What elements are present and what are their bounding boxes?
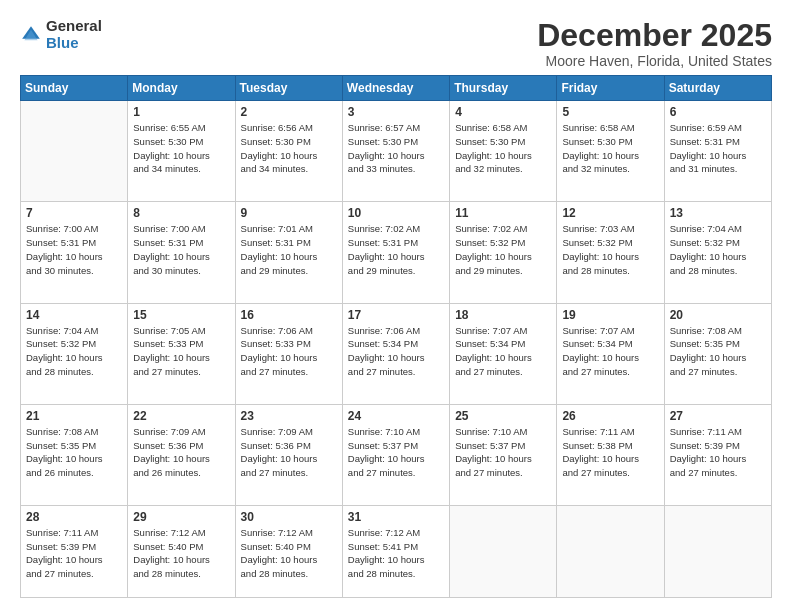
date-number: 20: [670, 308, 766, 322]
table-row: 12Sunrise: 7:03 AM Sunset: 5:32 PM Dayli…: [557, 202, 664, 303]
cell-content: Sunrise: 7:08 AM Sunset: 5:35 PM Dayligh…: [26, 425, 122, 480]
date-number: 23: [241, 409, 337, 423]
table-row: 25Sunrise: 7:10 AM Sunset: 5:37 PM Dayli…: [450, 404, 557, 505]
col-friday: Friday: [557, 76, 664, 101]
cell-content: Sunrise: 7:10 AM Sunset: 5:37 PM Dayligh…: [455, 425, 551, 480]
table-row: 6Sunrise: 6:59 AM Sunset: 5:31 PM Daylig…: [664, 101, 771, 202]
cell-content: Sunrise: 7:04 AM Sunset: 5:32 PM Dayligh…: [26, 324, 122, 379]
table-row: 26Sunrise: 7:11 AM Sunset: 5:38 PM Dayli…: [557, 404, 664, 505]
date-number: 18: [455, 308, 551, 322]
cell-content: Sunrise: 7:08 AM Sunset: 5:35 PM Dayligh…: [670, 324, 766, 379]
header: General Blue December 2025 Moore Haven, …: [20, 18, 772, 69]
date-number: 4: [455, 105, 551, 119]
date-number: 1: [133, 105, 229, 119]
cell-content: Sunrise: 7:06 AM Sunset: 5:34 PM Dayligh…: [348, 324, 444, 379]
date-number: 5: [562, 105, 658, 119]
page-title: December 2025: [537, 18, 772, 53]
date-number: 25: [455, 409, 551, 423]
table-row: 21Sunrise: 7:08 AM Sunset: 5:35 PM Dayli…: [21, 404, 128, 505]
cell-content: Sunrise: 7:11 AM Sunset: 5:39 PM Dayligh…: [670, 425, 766, 480]
table-row: [21, 101, 128, 202]
date-number: 26: [562, 409, 658, 423]
logo-blue-text: Blue: [46, 35, 102, 52]
table-row: 4Sunrise: 6:58 AM Sunset: 5:30 PM Daylig…: [450, 101, 557, 202]
table-row: 14Sunrise: 7:04 AM Sunset: 5:32 PM Dayli…: [21, 303, 128, 404]
cell-content: Sunrise: 7:07 AM Sunset: 5:34 PM Dayligh…: [455, 324, 551, 379]
table-row: 19Sunrise: 7:07 AM Sunset: 5:34 PM Dayli…: [557, 303, 664, 404]
date-number: 10: [348, 206, 444, 220]
date-number: 30: [241, 510, 337, 524]
date-number: 17: [348, 308, 444, 322]
table-row: 16Sunrise: 7:06 AM Sunset: 5:33 PM Dayli…: [235, 303, 342, 404]
date-number: 15: [133, 308, 229, 322]
table-row: 31Sunrise: 7:12 AM Sunset: 5:41 PM Dayli…: [342, 505, 449, 597]
cell-content: Sunrise: 7:05 AM Sunset: 5:33 PM Dayligh…: [133, 324, 229, 379]
cell-content: Sunrise: 7:09 AM Sunset: 5:36 PM Dayligh…: [241, 425, 337, 480]
cell-content: Sunrise: 6:58 AM Sunset: 5:30 PM Dayligh…: [562, 121, 658, 176]
calendar-header-row: Sunday Monday Tuesday Wednesday Thursday…: [21, 76, 772, 101]
col-thursday: Thursday: [450, 76, 557, 101]
cell-content: Sunrise: 7:11 AM Sunset: 5:38 PM Dayligh…: [562, 425, 658, 480]
date-number: 13: [670, 206, 766, 220]
logo-general-text: General: [46, 18, 102, 35]
calendar-table: Sunday Monday Tuesday Wednesday Thursday…: [20, 75, 772, 598]
date-number: 11: [455, 206, 551, 220]
logo-icon: [20, 24, 42, 46]
cell-content: Sunrise: 7:09 AM Sunset: 5:36 PM Dayligh…: [133, 425, 229, 480]
cell-content: Sunrise: 6:56 AM Sunset: 5:30 PM Dayligh…: [241, 121, 337, 176]
title-section: December 2025 Moore Haven, Florida, Unit…: [537, 18, 772, 69]
date-number: 31: [348, 510, 444, 524]
date-number: 21: [26, 409, 122, 423]
table-row: 10Sunrise: 7:02 AM Sunset: 5:31 PM Dayli…: [342, 202, 449, 303]
date-number: 2: [241, 105, 337, 119]
date-number: 16: [241, 308, 337, 322]
table-row: [557, 505, 664, 597]
cell-content: Sunrise: 7:00 AM Sunset: 5:31 PM Dayligh…: [133, 222, 229, 277]
table-row: 23Sunrise: 7:09 AM Sunset: 5:36 PM Dayli…: [235, 404, 342, 505]
table-row: 18Sunrise: 7:07 AM Sunset: 5:34 PM Dayli…: [450, 303, 557, 404]
table-row: 7Sunrise: 7:00 AM Sunset: 5:31 PM Daylig…: [21, 202, 128, 303]
table-row: 28Sunrise: 7:11 AM Sunset: 5:39 PM Dayli…: [21, 505, 128, 597]
cell-content: Sunrise: 7:02 AM Sunset: 5:32 PM Dayligh…: [455, 222, 551, 277]
date-number: 22: [133, 409, 229, 423]
date-number: 29: [133, 510, 229, 524]
cell-content: Sunrise: 7:00 AM Sunset: 5:31 PM Dayligh…: [26, 222, 122, 277]
date-number: 12: [562, 206, 658, 220]
col-wednesday: Wednesday: [342, 76, 449, 101]
table-row: 5Sunrise: 6:58 AM Sunset: 5:30 PM Daylig…: [557, 101, 664, 202]
table-row: 22Sunrise: 7:09 AM Sunset: 5:36 PM Dayli…: [128, 404, 235, 505]
cell-content: Sunrise: 7:11 AM Sunset: 5:39 PM Dayligh…: [26, 526, 122, 581]
date-number: 6: [670, 105, 766, 119]
table-row: 17Sunrise: 7:06 AM Sunset: 5:34 PM Dayli…: [342, 303, 449, 404]
table-row: [664, 505, 771, 597]
cell-content: Sunrise: 7:06 AM Sunset: 5:33 PM Dayligh…: [241, 324, 337, 379]
table-row: 15Sunrise: 7:05 AM Sunset: 5:33 PM Dayli…: [128, 303, 235, 404]
date-number: 28: [26, 510, 122, 524]
date-number: 9: [241, 206, 337, 220]
cell-content: Sunrise: 6:55 AM Sunset: 5:30 PM Dayligh…: [133, 121, 229, 176]
date-number: 24: [348, 409, 444, 423]
date-number: 27: [670, 409, 766, 423]
page-subtitle: Moore Haven, Florida, United States: [537, 53, 772, 69]
table-row: 30Sunrise: 7:12 AM Sunset: 5:40 PM Dayli…: [235, 505, 342, 597]
date-number: 19: [562, 308, 658, 322]
cell-content: Sunrise: 6:59 AM Sunset: 5:31 PM Dayligh…: [670, 121, 766, 176]
table-row: 9Sunrise: 7:01 AM Sunset: 5:31 PM Daylig…: [235, 202, 342, 303]
cell-content: Sunrise: 7:12 AM Sunset: 5:40 PM Dayligh…: [241, 526, 337, 581]
table-row: 24Sunrise: 7:10 AM Sunset: 5:37 PM Dayli…: [342, 404, 449, 505]
table-row: 13Sunrise: 7:04 AM Sunset: 5:32 PM Dayli…: [664, 202, 771, 303]
cell-content: Sunrise: 7:03 AM Sunset: 5:32 PM Dayligh…: [562, 222, 658, 277]
table-row: 1Sunrise: 6:55 AM Sunset: 5:30 PM Daylig…: [128, 101, 235, 202]
date-number: 8: [133, 206, 229, 220]
date-number: 3: [348, 105, 444, 119]
table-row: [450, 505, 557, 597]
table-row: 11Sunrise: 7:02 AM Sunset: 5:32 PM Dayli…: [450, 202, 557, 303]
table-row: 8Sunrise: 7:00 AM Sunset: 5:31 PM Daylig…: [128, 202, 235, 303]
date-number: 7: [26, 206, 122, 220]
table-row: 20Sunrise: 7:08 AM Sunset: 5:35 PM Dayli…: [664, 303, 771, 404]
cell-content: Sunrise: 7:04 AM Sunset: 5:32 PM Dayligh…: [670, 222, 766, 277]
cell-content: Sunrise: 7:02 AM Sunset: 5:31 PM Dayligh…: [348, 222, 444, 277]
cell-content: Sunrise: 7:01 AM Sunset: 5:31 PM Dayligh…: [241, 222, 337, 277]
table-row: 27Sunrise: 7:11 AM Sunset: 5:39 PM Dayli…: [664, 404, 771, 505]
col-monday: Monday: [128, 76, 235, 101]
